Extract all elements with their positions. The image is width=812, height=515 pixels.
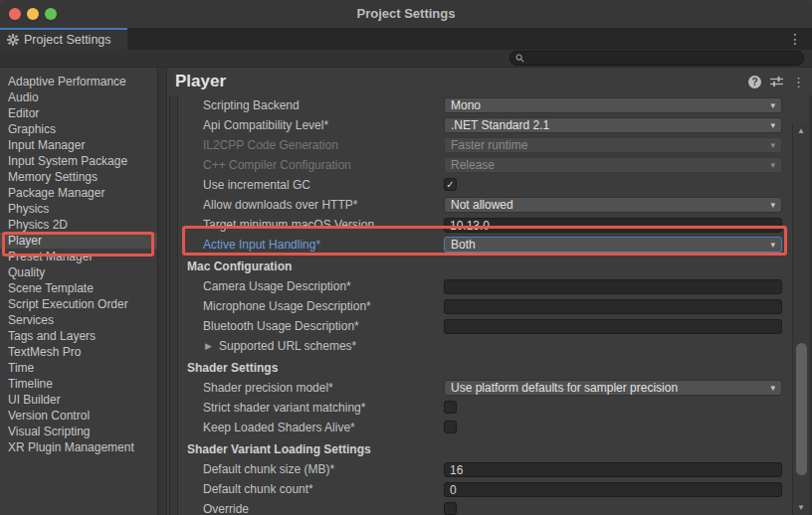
project-settings-window: Project Settings Projec bbox=[0, 0, 812, 515]
label-strict-shader-variant-matching: Strict shader variant matching* bbox=[203, 401, 365, 415]
settings-header: Player ? ⋮ bbox=[167, 68, 812, 95]
c-compiler-configuration-dropdown[interactable]: Release▾ bbox=[444, 157, 782, 173]
sidebar-item-graphics[interactable]: Graphics bbox=[0, 121, 157, 137]
window-title: Project Settings bbox=[0, 0, 812, 28]
allow-downloads-over-http-value: Not allowed bbox=[451, 198, 770, 212]
row-keep-loaded-shaders-alive: Keep Loaded Shaders Alive* bbox=[167, 418, 789, 437]
tab-strip: Project Settings ⋮ bbox=[0, 28, 812, 50]
settings-rows: Scripting BackendMono▾Api Compatibility … bbox=[167, 95, 789, 515]
scrollbar-thumb[interactable] bbox=[796, 343, 807, 475]
sidebar-item-ui-builder[interactable]: UI Builder bbox=[0, 392, 157, 408]
camera-usage-description-input[interactable] bbox=[444, 279, 782, 294]
sidebar-item-version-control[interactable]: Version Control bbox=[0, 408, 157, 424]
row-strict-shader-variant-matching: Strict shader variant matching* bbox=[167, 398, 789, 418]
sidebar-item-script-execution-order[interactable]: Script Execution Order bbox=[0, 296, 157, 312]
label-api-compatibility-level: Api Compatibility Level* bbox=[203, 118, 328, 132]
row-c-compiler-configuration: C++ Compiler ConfigurationRelease▾ bbox=[167, 155, 789, 175]
presets-icon[interactable] bbox=[770, 76, 783, 87]
section-header-shader-variant-loading-settings: Shader Variant Loading Settings bbox=[187, 442, 371, 456]
sidebar-item-input-manager[interactable]: Input Manager bbox=[0, 137, 157, 153]
foldout-triangle-icon[interactable]: ▶ bbox=[205, 341, 212, 351]
search-icon bbox=[515, 54, 524, 63]
scroll-up-icon[interactable]: ▲ bbox=[793, 126, 809, 135]
sidebar: Adaptive PerformanceAudioEditorGraphicsI… bbox=[0, 68, 157, 515]
scripting-backend-dropdown[interactable]: Mono▾ bbox=[444, 97, 782, 113]
default-chunk-count-input[interactable]: 0 bbox=[444, 482, 782, 497]
checkmark-icon: ✓ bbox=[446, 180, 454, 190]
tabstrip-kebab-menu-icon[interactable]: ⋮ bbox=[788, 29, 802, 49]
target-minimum-macos-version-value: 10.13.0 bbox=[450, 219, 490, 233]
strict-shader-variant-matching-checkbox[interactable] bbox=[444, 401, 457, 414]
sidebar-splitter[interactable] bbox=[157, 68, 167, 515]
main-area: Adaptive PerformanceAudioEditorGraphicsI… bbox=[0, 68, 812, 515]
label-microphone-usage-description: Microphone Usage Description* bbox=[203, 299, 371, 313]
sidebar-item-memory-settings[interactable]: Memory Settings bbox=[0, 169, 157, 185]
sidebar-item-preset-manager[interactable]: Preset Manager bbox=[0, 249, 157, 264]
sidebar-item-tags-and-layers[interactable]: Tags and Layers bbox=[0, 328, 157, 344]
row-shader-settings: Shader Settings bbox=[167, 356, 789, 378]
search-input[interactable] bbox=[509, 51, 804, 66]
sidebar-item-quality[interactable]: Quality bbox=[0, 264, 157, 280]
sidebar-item-input-system-package[interactable]: Input System Package bbox=[0, 153, 157, 169]
sidebar-item-audio[interactable]: Audio bbox=[0, 89, 157, 105]
search-toolbar bbox=[0, 50, 812, 68]
active-input-handling-dropdown[interactable]: Both▾ bbox=[444, 237, 782, 253]
sidebar-item-adaptive-performance[interactable]: Adaptive Performance bbox=[0, 74, 157, 89]
section-header-mac-configuration: Mac Configuration bbox=[187, 259, 292, 273]
row-target-minimum-macos-version: Target minimum macOS Version10.13.0 bbox=[167, 215, 789, 235]
row-camera-usage-description: Camera Usage Description* bbox=[167, 276, 789, 296]
section-header-shader-settings: Shader Settings bbox=[187, 361, 278, 375]
active-input-handling-value: Both bbox=[451, 238, 770, 252]
allow-downloads-over-http-dropdown[interactable]: Not allowed▾ bbox=[444, 197, 782, 213]
row-microphone-usage-description: Microphone Usage Description* bbox=[167, 296, 789, 316]
shader-precision-model-dropdown[interactable]: Use platform defaults for sampler precis… bbox=[444, 380, 782, 396]
chevron-down-icon: ▾ bbox=[770, 200, 775, 210]
row-shader-variant-loading-settings: Shader Variant Loading Settings bbox=[167, 437, 789, 459]
label-bluetooth-usage-description: Bluetooth Usage Description* bbox=[203, 319, 359, 333]
sidebar-item-physics-2d[interactable]: Physics 2D bbox=[0, 217, 157, 233]
shader-precision-model-value: Use platform defaults for sampler precis… bbox=[451, 381, 770, 395]
default-chunk-size-mb-input[interactable]: 16 bbox=[444, 462, 782, 477]
help-icon[interactable]: ? bbox=[748, 76, 761, 88]
label-active-input-handling: Active Input Handling* bbox=[203, 238, 320, 252]
sidebar-item-player[interactable]: Player bbox=[0, 233, 157, 249]
sidebar-item-services[interactable]: Services bbox=[0, 312, 157, 328]
label-allow-downloads-over-http: Allow downloads over HTTP* bbox=[203, 198, 357, 212]
microphone-usage-description-input[interactable] bbox=[444, 299, 782, 314]
chevron-down-icon: ▾ bbox=[770, 100, 775, 110]
scroll-down-icon[interactable]: ▼ bbox=[793, 503, 809, 512]
label-target-minimum-macos-version: Target minimum macOS Version bbox=[203, 218, 374, 232]
tab-project-settings[interactable]: Project Settings bbox=[0, 28, 127, 50]
sidebar-list: Adaptive PerformanceAudioEditorGraphicsI… bbox=[0, 74, 157, 455]
label-override: Override bbox=[203, 502, 249, 515]
override-checkbox[interactable] bbox=[444, 502, 457, 515]
api-compatibility-level-dropdown[interactable]: .NET Standard 2.1▾ bbox=[444, 117, 782, 133]
settings-kebab-menu-icon[interactable]: ⋮ bbox=[792, 76, 805, 88]
default-chunk-size-mb-value: 16 bbox=[450, 463, 463, 477]
keep-loaded-shaders-alive-checkbox[interactable] bbox=[444, 421, 457, 433]
settings-panel: Player ? ⋮ Scripting B bbox=[167, 68, 812, 515]
row-api-compatibility-level: Api Compatibility Level*.NET Standard 2.… bbox=[167, 115, 789, 135]
sidebar-item-time[interactable]: Time bbox=[0, 360, 157, 376]
vertical-scrollbar[interactable]: ▲ ▼ bbox=[792, 123, 809, 515]
row-bluetooth-usage-description: Bluetooth Usage Description* bbox=[167, 316, 789, 336]
row-scripting-backend: Scripting BackendMono▾ bbox=[167, 95, 789, 115]
use-incremental-gc-checkbox[interactable]: ✓ bbox=[444, 178, 457, 191]
label-shader-precision-model: Shader precision model* bbox=[203, 381, 333, 395]
label-supported-url-schemes: Supported URL schemes* bbox=[219, 339, 356, 353]
row-supported-url-schemes: ▶Supported URL schemes* bbox=[167, 336, 789, 356]
sidebar-item-package-manager[interactable]: Package Manager bbox=[0, 185, 157, 201]
sidebar-item-physics[interactable]: Physics bbox=[0, 201, 157, 217]
row-il2cpp-code-generation: IL2CPP Code GenerationFaster runtime▾ bbox=[167, 135, 789, 155]
row-active-input-handling: Active Input Handling*Both▾ bbox=[167, 235, 789, 255]
sidebar-item-editor[interactable]: Editor bbox=[0, 105, 157, 121]
sidebar-item-textmesh-pro[interactable]: TextMesh Pro bbox=[0, 344, 157, 360]
sidebar-item-visual-scripting[interactable]: Visual Scripting bbox=[0, 424, 157, 439]
target-minimum-macos-version-input[interactable]: 10.13.0 bbox=[444, 218, 782, 233]
il2cpp-code-generation-dropdown[interactable]: Faster runtime▾ bbox=[444, 137, 782, 153]
sidebar-item-timeline[interactable]: Timeline bbox=[0, 376, 157, 392]
sidebar-item-xr-plugin-management[interactable]: XR Plugin Management bbox=[0, 439, 157, 455]
bluetooth-usage-description-input[interactable] bbox=[444, 319, 782, 334]
page-title: Player bbox=[167, 72, 748, 91]
sidebar-item-scene-template[interactable]: Scene Template bbox=[0, 280, 157, 296]
